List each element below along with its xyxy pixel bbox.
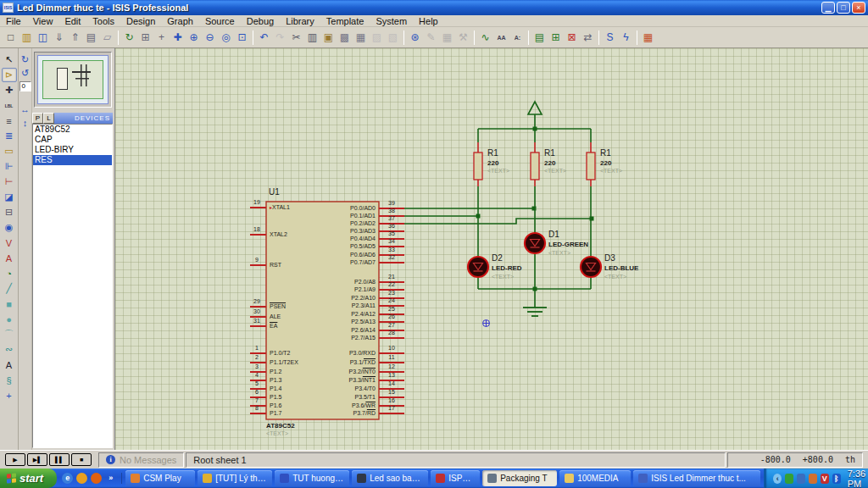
task-button-7[interactable]: 100MEDIA — [559, 470, 631, 486]
title-bar[interactable]: ISIS Led Dimmer thuc te - ISIS Professio… — [0, 0, 868, 15]
menu-debug[interactable]: Debug — [241, 16, 280, 26]
wire-label-mode[interactable]: LBL — [2, 98, 17, 113]
antivirus-icon[interactable] — [785, 474, 793, 484]
minimize-button[interactable]: ▁ — [821, 2, 835, 14]
goto-sheet[interactable]: ⇄ — [580, 30, 596, 46]
network-icon[interactable] — [797, 474, 805, 484]
zoom-in[interactable]: ⊕ — [186, 30, 202, 46]
firefox-icon[interactable] — [91, 473, 102, 484]
junction-dot-mode[interactable]: ✚ — [2, 83, 17, 97]
resistor-body[interactable] — [587, 152, 595, 180]
led-model[interactable]: LED-GREEN — [548, 241, 588, 248]
mark-print-area[interactable]: ▱ — [99, 30, 115, 46]
menu-view[interactable]: View — [27, 16, 59, 26]
selection-mode[interactable]: ↖ — [2, 53, 17, 67]
remove-sheet[interactable]: ⊠ — [564, 30, 580, 46]
redraw[interactable]: ↻ — [121, 30, 137, 46]
pin-29-stub[interactable] — [250, 306, 266, 308]
menu-graph[interactable]: Graph — [161, 16, 199, 26]
task-button-2[interactable]: [TUT] Lý thuyết v... — [198, 470, 272, 486]
messenger-icon[interactable] — [809, 474, 817, 484]
2d-box-mode[interactable]: ■ — [2, 297, 17, 311]
block-move[interactable]: ▦ — [353, 30, 369, 46]
pan[interactable]: ✚ — [170, 30, 186, 46]
pin-19-stub[interactable] — [250, 207, 266, 208]
chrome-icon[interactable] — [76, 473, 87, 484]
ground-terminal[interactable] — [523, 308, 547, 316]
led-model[interactable]: LED-RED — [492, 264, 522, 272]
rotate-clockwise[interactable]: ↻ — [19, 53, 31, 66]
copy[interactable]: ▥ — [304, 30, 320, 46]
voltage-probe-mode[interactable]: V — [2, 236, 17, 250]
block-copy[interactable]: ▩ — [337, 30, 353, 46]
redo[interactable]: ↷ — [272, 30, 288, 46]
maximize-button[interactable]: □ — [837, 2, 850, 14]
resistor-value[interactable]: 220 — [600, 159, 611, 167]
bill-of-materials[interactable]: S — [602, 30, 618, 46]
menu-file[interactable]: File — [0, 16, 27, 26]
origin[interactable]: + — [153, 30, 170, 46]
task-button-8[interactable]: ISIS Led Dimmer thuc t... — [633, 470, 760, 486]
pin-17-stub[interactable] — [379, 413, 404, 414]
menu-system[interactable]: System — [370, 16, 413, 26]
library-manager-button[interactable]: L — [43, 113, 54, 124]
task-button-4[interactable]: Led sao bang - µ... — [352, 470, 428, 486]
schematic-canvas[interactable]: U1 AT89C52 <TEXT> 19▸XTAL118XTAL29RST29P… — [114, 48, 868, 450]
new-sheet[interactable]: ⊞ — [548, 30, 564, 46]
property-assignment[interactable]: A: — [509, 30, 526, 46]
led-body-d3[interactable] — [581, 257, 601, 277]
menu-template[interactable]: Template — [320, 16, 370, 26]
led-ref[interactable]: D2 — [492, 253, 503, 263]
pin-8-stub[interactable] — [250, 413, 266, 414]
tape-recorder-mode[interactable]: ⊟ — [2, 205, 17, 219]
packaging-tool[interactable]: ▦ — [439, 30, 455, 46]
preview-window[interactable] — [34, 52, 112, 108]
led-model[interactable]: LED-BLUE — [604, 264, 638, 272]
graph-mode[interactable]: ◪ — [2, 190, 17, 204]
subcircuit-mode[interactable]: ▭ — [2, 144, 17, 158]
electrical-rule-check[interactable]: ϟ — [618, 30, 634, 46]
devices-list[interactable]: AT89C52CAPLED-BIRYRES — [32, 124, 113, 448]
start-button[interactable]: start — [0, 469, 57, 488]
angle-field[interactable]: 0 — [19, 81, 31, 92]
2d-symbol-mode[interactable]: § — [2, 373, 17, 387]
2d-text-mode[interactable]: A — [2, 358, 17, 372]
hide-icons-chevron[interactable]: ‹ — [773, 474, 782, 484]
save[interactable]: ◫ — [35, 30, 51, 46]
undo[interactable]: ↶ — [256, 30, 272, 46]
chip-part-name[interactable]: AT89C52 — [266, 422, 295, 430]
resistor-value[interactable]: 220 — [487, 159, 498, 167]
pick-parts[interactable]: ⊛ — [407, 30, 423, 46]
zoom-out[interactable]: ⊖ — [202, 30, 218, 46]
2d-circle-mode[interactable]: ● — [2, 312, 17, 326]
decompose[interactable]: ⚒ — [455, 30, 471, 46]
block-delete[interactable]: ▧ — [385, 30, 401, 46]
pick-devices-button[interactable]: P — [32, 113, 43, 124]
led-ref[interactable]: D1 — [548, 230, 559, 239]
device-item-led-biry[interactable]: LED-BIRY — [33, 145, 112, 155]
step-button[interactable]: ▶▌ — [27, 453, 47, 466]
resistor-ref[interactable]: R1 — [487, 148, 498, 158]
led-body-d1[interactable] — [525, 233, 545, 253]
zoom-all[interactable]: ◎ — [218, 30, 234, 46]
2d-path-mode[interactable]: ∾ — [2, 342, 17, 357]
task-button-6[interactable]: Packaging T — [482, 470, 557, 486]
resistor-body[interactable] — [474, 152, 482, 180]
power-terminal[interactable] — [528, 102, 542, 114]
zoom-area[interactable]: ⊡ — [234, 30, 250, 46]
2d-arc-mode[interactable]: ⌒ — [2, 327, 17, 341]
resistor-value[interactable]: 220 — [544, 159, 555, 167]
new-file[interactable]: □ — [3, 30, 19, 46]
bluetooth-icon[interactable]: ᛒ — [832, 474, 841, 484]
device-item-at89c52[interactable]: AT89C52 — [33, 125, 112, 135]
resistor-ref[interactable]: R1 — [544, 148, 555, 158]
component-mode[interactable]: ⊳ — [2, 68, 17, 82]
make-device[interactable]: ✎ — [423, 30, 439, 46]
search-tag[interactable]: AA — [493, 30, 509, 46]
import-section[interactable]: ⇓ — [51, 30, 67, 46]
task-button-1[interactable]: CSM Play — [125, 470, 195, 486]
menu-edit[interactable]: Edit — [58, 16, 86, 26]
menu-help[interactable]: Help — [413, 16, 444, 26]
export-section[interactable]: ⇑ — [67, 30, 83, 46]
device-item-res[interactable]: RES — [33, 155, 112, 165]
